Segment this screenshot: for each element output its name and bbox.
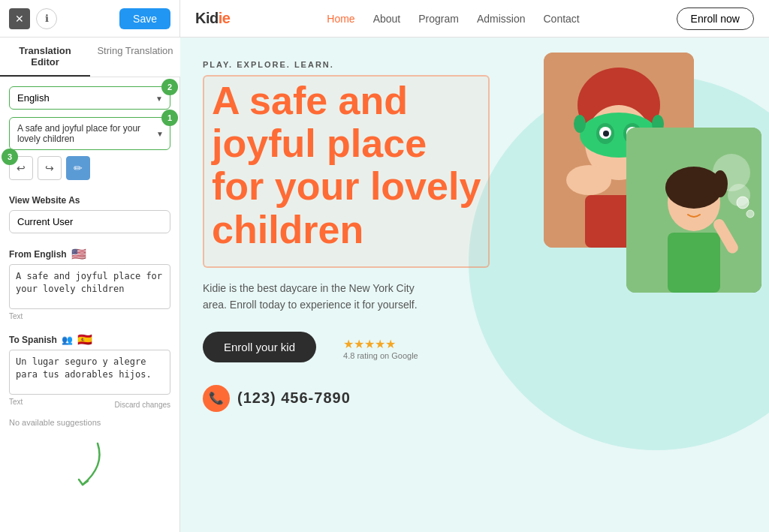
badge-3: 3 (2, 149, 18, 165)
rating-area: ★★★★★ 4.8 rating on Google (343, 337, 418, 360)
svg-point-21 (713, 170, 728, 197)
language-dropdown[interactable]: English (9, 86, 170, 110)
action-buttons: 3 ↩ ↪ ✏ (9, 156, 170, 180)
discard-changes-link[interactable]: Discard changes (115, 401, 170, 409)
to-flag: 🇪🇸 (77, 332, 92, 347)
svg-point-10 (574, 115, 586, 133)
arrow-svg (60, 436, 120, 496)
string-selector-wrapper: A safe and joyful place for your lovely … (9, 117, 170, 150)
nav-admission[interactable]: Admission (477, 13, 526, 25)
nav-program[interactable]: Program (418, 13, 459, 25)
arrow-annotation (9, 436, 170, 496)
girl-image (626, 128, 761, 293)
save-button[interactable]: Save (119, 8, 170, 29)
edit-icon: ✏ (74, 162, 83, 174)
svg-point-8 (603, 131, 609, 137)
edit-button[interactable]: ✏ (66, 156, 90, 180)
to-section: To Spanish 👥 🇪🇸 Un lugar seguro y alegre… (9, 332, 170, 412)
svg-point-22 (683, 201, 689, 207)
svg-point-25 (737, 197, 749, 209)
hero-title: A safe and joyful place for your lovely … (212, 80, 481, 251)
phone-icon: 📞 (203, 385, 230, 412)
from-textarea[interactable]: A safe and joyful place for your lovely … (9, 264, 170, 309)
svg-point-23 (699, 201, 705, 207)
language-dropdown-wrapper: English ▼ 2 (9, 86, 170, 110)
string-selector[interactable]: A safe and joyful place for your lovely … (9, 117, 170, 150)
discard-row: Text Discard changes (9, 398, 170, 412)
info-button[interactable]: ℹ (36, 8, 57, 29)
from-label: From English 🇺🇸 (9, 247, 170, 261)
hero-description: Kidie is the best daycare in the New Yor… (203, 280, 436, 314)
close-button[interactable]: ✕ (9, 8, 30, 29)
badge-2: 2 (161, 79, 178, 95)
phone-number: (123) 456-7890 (237, 389, 351, 407)
from-label-text: From English (9, 249, 67, 260)
enroll-kid-button[interactable]: Enroll your kid (203, 332, 316, 362)
close-icon: ✕ (15, 13, 24, 25)
hero-title-line1: A safe and (212, 79, 408, 122)
view-as-dropdown[interactable]: Current User (9, 210, 170, 233)
from-section: From English 🇺🇸 A safe and joyful place … (9, 247, 170, 326)
to-people-icon: 👥 (62, 335, 73, 345)
top-bar: ✕ ℹ Save Kidie Home About Program Admiss… (0, 0, 769, 38)
tab-string-translation[interactable]: String Translation (90, 38, 180, 77)
content-area: PLAY. EXPLORE. LEARN. A safe and joyful … (180, 38, 769, 532)
svg-point-26 (746, 210, 754, 218)
info-icon: ℹ (45, 13, 49, 24)
enroll-now-button[interactable]: Enroll now (677, 8, 754, 30)
photos-container (484, 38, 769, 532)
badge-1: 1 (161, 110, 178, 126)
svg-point-12 (566, 165, 611, 195)
to-label: To Spanish 👥 🇪🇸 (9, 332, 170, 347)
tab-translation-editor[interactable]: Translation Editor (0, 38, 90, 77)
phone-icon-symbol: 📞 (209, 391, 224, 405)
view-as-label: View Website As (9, 195, 170, 206)
no-suggestions-label: No available suggestions (9, 418, 170, 427)
main-layout: Translation Editor String Translation En… (0, 38, 769, 532)
photo-secondary-placeholder (626, 128, 761, 293)
to-label-text: To Spanish (9, 335, 57, 345)
nav-contact[interactable]: Contact (544, 13, 580, 25)
svg-rect-18 (668, 233, 720, 293)
string-selector-value: A safe and joyful place for your lovely … (17, 123, 140, 144)
nav-links: Home About Program Admission Contact (327, 13, 579, 25)
from-field-type: Text (9, 312, 170, 320)
stars: ★★★★★ (343, 337, 418, 351)
hero-title-highlight: A safe and joyful place for your lovely … (203, 75, 490, 268)
to-textarea[interactable]: Un lugar seguro y alegre para tus adorab… (9, 350, 170, 395)
tabs-bar: Translation Editor String Translation (0, 38, 180, 77)
nav-about[interactable]: About (373, 13, 401, 25)
from-flag: 🇺🇸 (71, 247, 86, 261)
top-bar-nav: Kidie Home About Program Admission Conta… (180, 8, 769, 30)
photo-secondary (626, 128, 761, 293)
nav-home[interactable]: Home (327, 13, 354, 25)
to-field-type: Text (9, 398, 23, 406)
logo: Kidie (195, 10, 230, 27)
redo-icon: ↪ (45, 162, 54, 174)
hero-title-line2: joyful place (212, 122, 427, 165)
hero-title-wrapper: A safe and joyful place for your lovely … (203, 75, 490, 268)
string-selector-arrow: ▼ (156, 130, 164, 138)
undo-icon: ↩ (17, 162, 26, 174)
rating-text: 4.8 rating on Google (343, 351, 418, 360)
hero-title-line4: children (212, 208, 363, 251)
hero-title-line3: for your lovely (212, 164, 481, 208)
top-bar-left: ✕ ℹ Save (0, 0, 180, 37)
sidebar-content: English ▼ 2 A safe and joyful place for … (0, 77, 180, 505)
sidebar-panel: Translation Editor String Translation En… (0, 38, 180, 532)
redo-button[interactable]: ↪ (38, 156, 62, 180)
